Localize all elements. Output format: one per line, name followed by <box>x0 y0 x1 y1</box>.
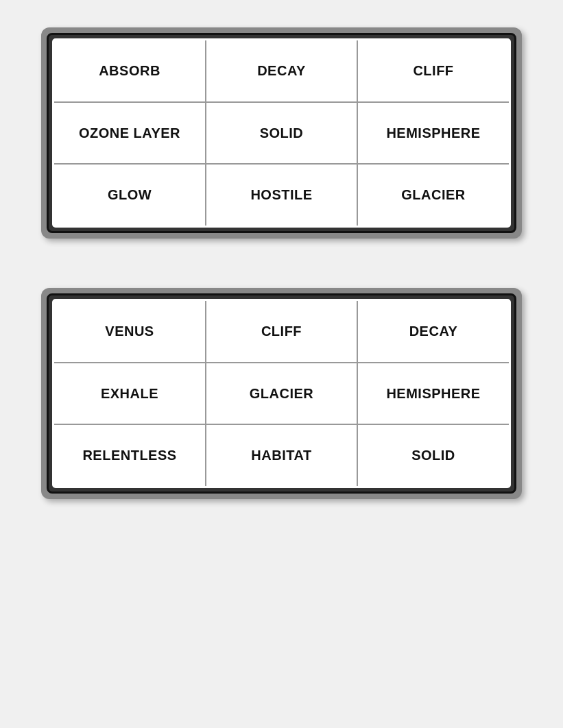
card-outer-2: VENUSCLIFFDECAYEXHALEGLACIERHEMISPHERERE… <box>41 288 522 499</box>
cell-text: GLOW <box>108 187 152 203</box>
card-grid-2: VENUSCLIFFDECAYEXHALEGLACIERHEMISPHERERE… <box>54 301 509 486</box>
table-row: HOSTILE <box>206 164 357 226</box>
table-row: EXHALE <box>54 363 206 424</box>
cell-text: DECAY <box>409 324 458 339</box>
card-inner-1: ABSORBDECAYCLIFFOZONE LAYERSOLIDHEMISPHE… <box>52 38 511 228</box>
table-row: CLIFF <box>206 301 357 363</box>
bingo-card-1: ABSORBDECAYCLIFFOZONE LAYERSOLIDHEMISPHE… <box>41 27 522 263</box>
table-row: GLACIER <box>206 363 357 424</box>
cell-text: VENUS <box>105 324 154 339</box>
cell-text: DECAY <box>257 63 306 79</box>
cell-text: HEMISPHERE <box>386 386 480 402</box>
card-inner-2: VENUSCLIFFDECAYEXHALEGLACIERHEMISPHERERE… <box>52 299 511 488</box>
cell-text: HEMISPHERE <box>386 125 480 141</box>
table-row: ABSORB <box>54 40 206 102</box>
bingo-card-2: VENUSCLIFFDECAYEXHALEGLACIERHEMISPHERERE… <box>41 288 522 524</box>
table-row: HEMISPHERE <box>357 102 509 164</box>
cell-text: OZONE LAYER <box>79 125 180 141</box>
cell-text: GLACIER <box>401 187 466 203</box>
table-row: HEMISPHERE <box>357 363 509 424</box>
cell-text: CLIFF <box>413 63 453 79</box>
cell-text: HABITAT <box>251 448 311 463</box>
cell-text: RELENTLESS <box>82 448 176 463</box>
table-row: GLACIER <box>357 164 509 226</box>
cell-text: SOLID <box>260 125 304 141</box>
card-outer-1: ABSORBDECAYCLIFFOZONE LAYERSOLIDHEMISPHE… <box>41 27 522 239</box>
cell-text: ABSORB <box>99 63 160 79</box>
table-row: OZONE LAYER <box>54 102 206 164</box>
table-row: RELENTLESS <box>54 424 206 486</box>
table-row: GLOW <box>54 164 206 226</box>
table-row: SOLID <box>357 424 509 486</box>
table-row: HABITAT <box>206 424 357 486</box>
card-grid-1: ABSORBDECAYCLIFFOZONE LAYERSOLIDHEMISPHE… <box>54 40 509 226</box>
cell-text: SOLID <box>411 448 455 463</box>
table-row: DECAY <box>206 40 357 102</box>
cell-text: CLIFF <box>261 324 302 339</box>
table-row: VENUS <box>54 301 206 363</box>
cell-text: EXHALE <box>101 386 158 402</box>
table-row: CLIFF <box>357 40 509 102</box>
table-row: DECAY <box>357 301 509 363</box>
card-border-2: VENUSCLIFFDECAYEXHALEGLACIERHEMISPHERERE… <box>47 293 516 494</box>
cell-text: HOSTILE <box>250 187 312 203</box>
cell-text: GLACIER <box>250 386 314 402</box>
card-border-1: ABSORBDECAYCLIFFOZONE LAYERSOLIDHEMISPHE… <box>47 33 516 233</box>
table-row: SOLID <box>206 102 357 164</box>
